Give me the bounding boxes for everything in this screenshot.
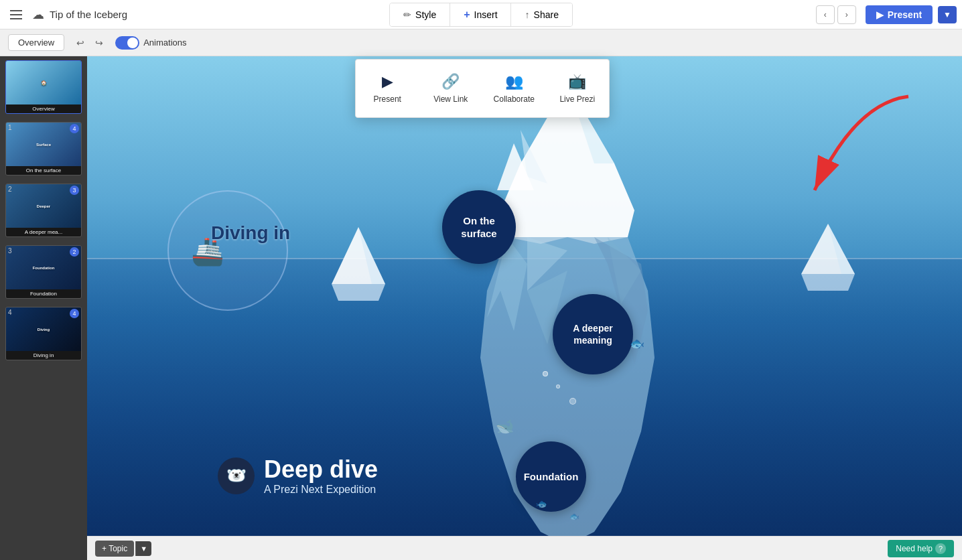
insert-icon: +	[464, 9, 470, 21]
need-help-button[interactable]: Need help ?	[888, 540, 954, 557]
slide-thumb-3[interactable]: 3 2 Foundation Foundation	[5, 245, 82, 299]
undo-button[interactable]: ↩	[72, 36, 88, 50]
style-button[interactable]: ✏ Style	[390, 3, 450, 26]
slide-label-3: Foundation	[6, 289, 81, 298]
collaborate-item[interactable]: 👥 Collaborate	[482, 65, 546, 112]
small-fish-icon: 🐟	[536, 498, 547, 509]
add-topic-button[interactable]: + Topic	[95, 541, 134, 557]
undo-redo-group: ↩ ↪	[72, 36, 107, 50]
menu-button[interactable]	[5, 4, 27, 25]
circle-deeper-meaning[interactable]: A deeper meaning	[553, 294, 633, 374]
diving-circle	[167, 190, 288, 311]
live-prezi-icon: 📺	[568, 73, 586, 90]
small-iceberg-right	[795, 220, 862, 303]
present-share-item[interactable]: ▶ Present	[356, 65, 419, 112]
circle-foundation[interactable]: Foundation	[516, 441, 586, 512]
slide-thumb-overview[interactable]: 🏠 Overview	[5, 60, 82, 114]
play-icon: ▶	[876, 9, 884, 20]
topic-dropdown-button[interactable]: ▼	[135, 541, 151, 556]
slide-thumb-1[interactable]: 1 4 Surface On the surface	[5, 122, 82, 176]
link-icon: 🔗	[441, 73, 460, 90]
svg-marker-5	[801, 274, 855, 291]
slide-label-4: Diving in	[6, 351, 81, 360]
status-bar: + Topic ▼ Need help ?	[87, 536, 962, 560]
small-iceberg-left	[318, 224, 399, 313]
main-layout: 🏠 Overview 1 4 Surface On the surface 2 …	[0, 56, 962, 560]
icebear-logo: 🐻‍❄️	[218, 458, 255, 494]
slide-label-1: On the surface	[6, 166, 81, 175]
live-prezi-item[interactable]: 📺 Live Prezi	[546, 65, 610, 112]
prezi-canvas: 🚢 Diving in On the surface A deeper mean…	[87, 56, 962, 536]
collaborate-icon: 👥	[505, 73, 523, 90]
slide-panel: 🏠 Overview 1 4 Surface On the surface 2 …	[0, 56, 87, 560]
nav-arrows: ‹ ›	[816, 5, 856, 24]
red-arrow-annotation	[788, 83, 922, 206]
animations-switch[interactable]	[115, 36, 139, 50]
slide-thumb-2[interactable]: 2 3 Deeper A deeper mea...	[5, 184, 82, 237]
animations-toggle[interactable]: Animations	[115, 36, 186, 50]
cloud-icon: ☁	[32, 7, 44, 22]
svg-marker-2	[332, 284, 385, 301]
view-link-item[interactable]: 🔗 View Link	[419, 65, 483, 112]
fish-icon: 🐟	[630, 336, 644, 351]
toolbar2: Overview ↩ ↪ Animations	[0, 29, 962, 56]
present-share-icon: ▶	[382, 73, 393, 90]
canvas-area[interactable]: 🚢 Diving in On the surface A deeper mean…	[87, 56, 962, 560]
redo-button[interactable]: ↪	[91, 36, 107, 50]
slide-label-overview: Overview	[6, 104, 81, 113]
diving-in-text: Diving in	[211, 222, 290, 244]
share-button[interactable]: ↑ Share	[512, 3, 572, 26]
deep-dive-text: Deep dive A Prezi Next Expedition	[264, 456, 378, 496]
bubble-3	[569, 398, 576, 405]
help-circle-icon: ?	[935, 543, 946, 554]
top-bar: ☁ Tip of the Iceberg ✏ Style + Insert ↑ …	[0, 0, 962, 29]
bubble-2	[556, 384, 560, 389]
insert-button[interactable]: + Insert	[450, 3, 511, 26]
overview-tab[interactable]: Overview	[8, 34, 64, 51]
tiny-fish-icon: 🐟	[569, 512, 579, 521]
slide-label-2: A deeper mea...	[6, 228, 81, 236]
share-dropdown: ▶ Present 🔗 View Link 👥 Collaborate 📺 Li…	[355, 59, 610, 118]
deep-dive-section: 🐻‍❄️ Deep dive A Prezi Next Expedition	[218, 456, 378, 496]
prev-button[interactable]: ‹	[816, 5, 835, 24]
slide-thumb-4[interactable]: 4 4 Diving Diving in	[5, 307, 82, 360]
circle-on-surface[interactable]: On the surface	[442, 190, 516, 264]
style-icon: ✏	[403, 9, 411, 20]
whale-icon: 🐋	[496, 418, 514, 435]
present-button[interactable]: ▶ Present	[866, 5, 933, 24]
bubble-1	[543, 371, 548, 376]
present-dropdown-button[interactable]: ▼	[938, 6, 957, 23]
share-icon: ↑	[525, 9, 530, 20]
next-button[interactable]: ›	[837, 5, 856, 24]
